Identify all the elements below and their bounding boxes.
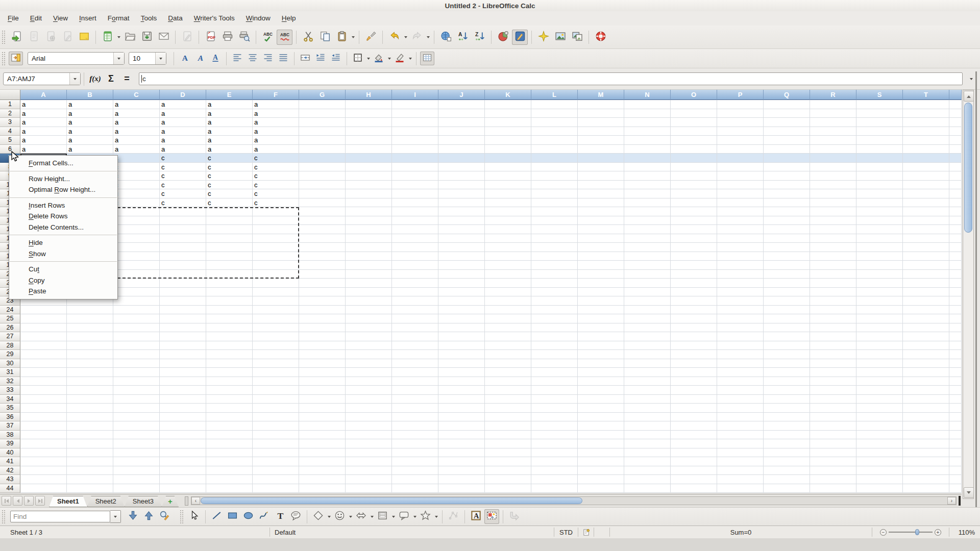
underline-button[interactable]: A xyxy=(208,52,223,65)
cell-N23[interactable] xyxy=(624,296,671,306)
cell-S15[interactable] xyxy=(856,225,903,234)
cell-B29[interactable] xyxy=(67,350,113,359)
cell-N33[interactable] xyxy=(624,386,671,395)
cell-H3[interactable] xyxy=(346,118,392,127)
cell-G26[interactable] xyxy=(299,323,346,333)
cell-H40[interactable] xyxy=(346,448,392,458)
cell-P27[interactable] xyxy=(717,332,764,341)
cell-H1[interactable] xyxy=(346,100,392,109)
cell-F24[interactable] xyxy=(253,306,299,315)
cell-B37[interactable] xyxy=(67,421,113,431)
cell-D19[interactable] xyxy=(160,261,206,270)
cell-P30[interactable] xyxy=(717,359,764,368)
cell-J40[interactable] xyxy=(438,448,485,458)
cell-P40[interactable] xyxy=(717,448,764,458)
scroll-up-button[interactable] xyxy=(964,91,974,102)
cell-B43[interactable] xyxy=(67,475,113,484)
vertical-scrollbar-thumb[interactable] xyxy=(964,103,972,233)
gallery-button[interactable] xyxy=(569,30,585,45)
find-next-button[interactable] xyxy=(126,509,140,524)
context-menu-item-format-cells[interactable]: Format Cells... xyxy=(9,158,117,169)
cell-partial[interactable] xyxy=(949,109,962,118)
cell-T11[interactable] xyxy=(903,189,949,198)
cell-K23[interactable] xyxy=(485,296,531,306)
cell-F25[interactable] xyxy=(253,314,299,323)
cell-L19[interactable] xyxy=(531,261,578,270)
cell-D14[interactable] xyxy=(160,216,206,226)
cell-G5[interactable] xyxy=(299,136,346,145)
cell-L31[interactable] xyxy=(531,368,578,377)
new-spreadsheet-button[interactable] xyxy=(100,30,115,45)
cell-G25[interactable] xyxy=(299,314,346,323)
cell-C12[interactable]: c xyxy=(113,198,160,208)
cell-I36[interactable] xyxy=(392,413,438,422)
cell-E22[interactable] xyxy=(206,288,253,297)
cell-N8[interactable] xyxy=(624,163,671,172)
cell-partial[interactable] xyxy=(949,270,962,279)
cell-C1[interactable]: a xyxy=(113,100,160,109)
cell-P8[interactable] xyxy=(717,163,764,172)
column-header-M[interactable]: M xyxy=(578,90,624,100)
cell-E26[interactable] xyxy=(206,323,253,333)
cell-C28[interactable] xyxy=(113,341,160,350)
cell-R36[interactable] xyxy=(810,413,856,422)
cell-T22[interactable] xyxy=(903,288,949,297)
cell-D18[interactable] xyxy=(160,252,206,261)
cell-S22[interactable] xyxy=(856,288,903,297)
horizontal-scrollbar-thumb[interactable] xyxy=(201,497,582,504)
callouts-button[interactable] xyxy=(397,509,411,524)
cell-Q24[interactable] xyxy=(764,306,810,315)
cell-C8[interactable]: c xyxy=(113,163,160,172)
cell-C37[interactable] xyxy=(113,421,160,431)
cell-O10[interactable] xyxy=(671,181,717,190)
cell-P12[interactable] xyxy=(717,198,764,208)
cell-S20[interactable] xyxy=(856,270,903,279)
cell-R41[interactable] xyxy=(810,457,856,466)
navigator-button[interactable] xyxy=(535,30,551,45)
cell-J18[interactable] xyxy=(438,252,485,261)
cell-B40[interactable] xyxy=(67,448,113,458)
cell-partial[interactable] xyxy=(949,234,962,243)
column-header-I[interactable]: I xyxy=(392,90,438,100)
cell-E8[interactable]: c xyxy=(206,163,253,172)
cell-C26[interactable] xyxy=(113,323,160,333)
vertical-scrollbar[interactable] xyxy=(963,90,974,499)
cell-G23[interactable] xyxy=(299,296,346,306)
next-sheet-button[interactable] xyxy=(24,496,34,506)
cell-C7[interactable]: c xyxy=(113,154,160,163)
cell-G40[interactable] xyxy=(299,448,346,458)
cell-S33[interactable] xyxy=(856,386,903,395)
cell-N42[interactable] xyxy=(624,466,671,475)
cell-T37[interactable] xyxy=(903,421,949,431)
cell-G16[interactable] xyxy=(299,234,346,243)
cell-I33[interactable] xyxy=(392,386,438,395)
cell-partial[interactable] xyxy=(949,466,962,475)
cell-L2[interactable] xyxy=(531,109,578,118)
stars-dropdown[interactable] xyxy=(433,509,439,524)
cell-F9[interactable]: c xyxy=(253,171,299,181)
cell-T41[interactable] xyxy=(903,457,949,466)
cell-partial[interactable] xyxy=(949,145,962,154)
cell-R25[interactable] xyxy=(810,314,856,323)
cell-T5[interactable] xyxy=(903,136,949,145)
cell-O28[interactable] xyxy=(671,341,717,350)
cell-E16[interactable] xyxy=(206,234,253,243)
cell-K44[interactable] xyxy=(485,484,531,493)
cell-partial[interactable] xyxy=(949,171,962,181)
cell-M9[interactable] xyxy=(578,171,624,181)
cell-O30[interactable] xyxy=(671,359,717,368)
cell-H36[interactable] xyxy=(346,413,392,422)
italic-button[interactable]: A xyxy=(193,52,207,65)
cell-H43[interactable] xyxy=(346,475,392,484)
cell-J11[interactable] xyxy=(438,189,485,198)
column-header-R[interactable]: R xyxy=(810,90,856,100)
cell-I32[interactable] xyxy=(392,377,438,386)
cell-R5[interactable] xyxy=(810,136,856,145)
cell-L32[interactable] xyxy=(531,377,578,386)
cell-partial[interactable] xyxy=(949,261,962,270)
cell-D6[interactable]: a xyxy=(160,145,206,154)
cell-R42[interactable] xyxy=(810,466,856,475)
cell-F1[interactable]: a xyxy=(253,100,299,109)
context-menu-item-copy[interactable]: Copy xyxy=(9,275,117,286)
cell-G12[interactable] xyxy=(299,198,346,208)
